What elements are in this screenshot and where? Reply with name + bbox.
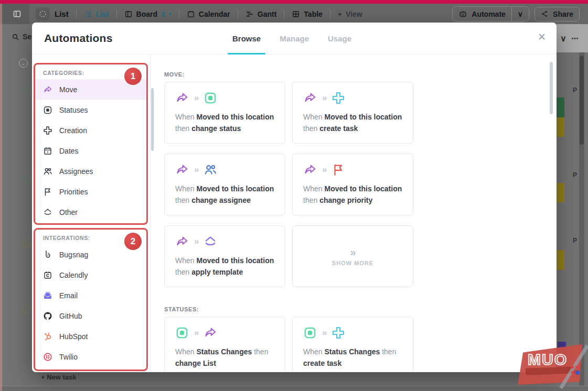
content-scrollbar-thumb[interactable] <box>550 62 553 114</box>
view-tab-board[interactable]: Board 3 ▾ <box>124 10 172 18</box>
view-tab-table[interactable]: Table <box>292 10 323 18</box>
muo-dot <box>571 371 574 374</box>
when-label: When <box>175 184 195 193</box>
move-arrow-icon <box>43 85 52 94</box>
action-label: change List <box>175 359 216 367</box>
twilio-icon <box>43 352 52 362</box>
location-status-icon[interactable] <box>36 7 50 20</box>
automation-card-move-change-priority[interactable]: » When Moved to this location then chang… <box>292 154 413 215</box>
views-toolbar: List List Board 3 ▾ Calendar Gantt Table… <box>0 4 588 24</box>
double-chevron-icon: » <box>322 93 326 103</box>
modal-title: Automations <box>44 32 113 45</box>
group-collapse-toggle[interactable]: ⌄ <box>22 238 31 247</box>
trigger-label: Moved to this location <box>196 256 274 265</box>
sidebar-item-calendly[interactable]: Calendly <box>35 265 146 285</box>
sidebar-item-assignees[interactable]: Assignees <box>35 161 146 181</box>
annotation-box-integrations: 2 INTEGRATIONS: Bugsnag Calendly Email <box>34 228 148 371</box>
group-collapse-toggle[interactable]: ⌄ <box>22 175 31 184</box>
status-icon <box>303 326 317 340</box>
group-collapse-toggle[interactable]: ⌄ <box>22 85 31 94</box>
group-collapse-toggle[interactable]: ⌄ <box>22 305 31 314</box>
priority-column-letter: P <box>573 86 577 94</box>
move-arrow-icon <box>303 91 317 105</box>
share-button[interactable]: Share <box>534 7 580 21</box>
move-card-grid: » When Moved to this location then chang… <box>164 82 557 287</box>
automation-card-move-change-assignee[interactable]: » When Moved to this location then chang… <box>164 154 285 215</box>
double-chevron-icon: » <box>194 165 198 175</box>
sidebar-item-label: Dates <box>59 147 79 155</box>
sidebar-item-label: Statuses <box>59 106 88 114</box>
modal-tabs: Browse Manage Usage <box>232 23 351 55</box>
section-heading-statuses: STATUSES: <box>164 306 557 312</box>
sidebar-item-other[interactable]: Other <box>35 202 146 222</box>
modal-header: Automations Browse Manage Usage ✕ <box>32 23 557 55</box>
then-label: then <box>175 268 189 276</box>
sidebar-item-label: GitHub <box>59 312 82 320</box>
plus-icon <box>332 326 345 340</box>
sidebar-item-email[interactable]: Email <box>35 285 146 306</box>
new-task-button[interactable]: + New task <box>41 373 77 381</box>
view-tab-list[interactable]: List <box>84 10 109 18</box>
automate-button[interactable]: Automate <box>453 7 511 21</box>
tab-browse[interactable]: Browse <box>232 23 261 55</box>
status-color-bar <box>557 250 564 270</box>
automation-card-move-change-status[interactable]: » When Moved to this location then chang… <box>164 82 285 144</box>
sidebar-item-priorities[interactable]: Priorities <box>35 181 146 202</box>
more-options-icon[interactable]: ••• <box>572 36 579 41</box>
action-label: apply template <box>191 268 243 276</box>
tab-manage[interactable]: Manage <box>280 23 309 55</box>
sidebar-item-label: Email <box>59 291 78 300</box>
action-label: create task <box>319 124 358 133</box>
move-arrow-icon <box>175 235 189 248</box>
circle-chevron-icon: ⌄ <box>24 241 28 246</box>
muo-watermark: MUO <box>517 344 582 385</box>
group-collapse-toggle[interactable]: ⌄ <box>19 59 28 68</box>
show-more-card[interactable]: » SHOW MORE <box>292 225 413 287</box>
double-chevron-icon: » <box>194 93 198 103</box>
sidebar-item-dates[interactable]: Dates <box>35 140 146 161</box>
sidebar-toggle-button[interactable] <box>13 9 22 18</box>
toolbar-divider <box>284 9 284 19</box>
toolbar-divider <box>238 9 238 19</box>
sidebar-item-statuses[interactable]: Statuses <box>35 100 146 120</box>
trigger-label: Moved to this location <box>324 113 402 121</box>
close-icon[interactable]: ✕ <box>538 32 546 42</box>
assignees-icon <box>43 167 52 176</box>
sidebar-item-creation[interactable]: Creation <box>35 120 146 140</box>
sidebar-scrollbar-thumb[interactable] <box>151 88 154 151</box>
when-label: When <box>175 113 195 121</box>
automate-dropdown-button[interactable]: ∨ <box>512 7 529 21</box>
board-count-badge: 3 <box>161 10 165 18</box>
tab-usage[interactable]: Usage <box>328 23 351 55</box>
chevron-down-icon[interactable]: ∨ <box>560 34 566 44</box>
app-bottom-bar <box>0 386 588 391</box>
sidebar-item-github[interactable]: GitHub <box>35 306 146 326</box>
sidebar-item-label: Assignees <box>59 167 93 176</box>
sidebar-item-label: Calendly <box>59 271 88 279</box>
then-label: then <box>303 196 317 204</box>
when-label: When <box>303 184 323 193</box>
automation-card-status-create-task[interactable]: » When Status Changes then create task <box>292 317 413 372</box>
automation-card-move-apply-template[interactable]: » When Moved to this location then apply… <box>164 225 285 287</box>
clickup-icon <box>204 235 217 248</box>
plus-icon: + <box>338 10 342 18</box>
header-right-fragment: ∨ ••• <box>557 24 588 52</box>
circle-chevron-icon: ⌄ <box>24 307 28 312</box>
sidebar-item-twilio[interactable]: Twilio <box>35 346 146 367</box>
muo-dot <box>575 371 580 375</box>
status-icon <box>204 91 217 105</box>
add-view-button[interactable]: + View <box>338 10 362 18</box>
view-tab-gantt[interactable]: Gantt <box>245 10 277 18</box>
automation-card-status-change-list[interactable]: » When Status Changes then change List <box>164 317 285 372</box>
view-tab-calendar[interactable]: Calendar <box>187 10 230 18</box>
app-scrollbar-track[interactable] <box>579 52 584 391</box>
double-chevron-icon: » <box>194 328 198 338</box>
flag-icon <box>43 187 52 197</box>
app-scrollbar-thumb[interactable] <box>580 56 584 145</box>
assignees-icon <box>204 163 217 177</box>
chevron-down-icon: ∨ <box>518 10 523 18</box>
categories-list: Move Statuses Creation Dates <box>35 79 146 222</box>
status-color-bar <box>557 97 564 117</box>
automation-card-move-create-task[interactable]: » When Moved to this location then creat… <box>292 82 413 144</box>
sidebar-item-hubspot[interactable]: HubSpot <box>35 326 146 346</box>
